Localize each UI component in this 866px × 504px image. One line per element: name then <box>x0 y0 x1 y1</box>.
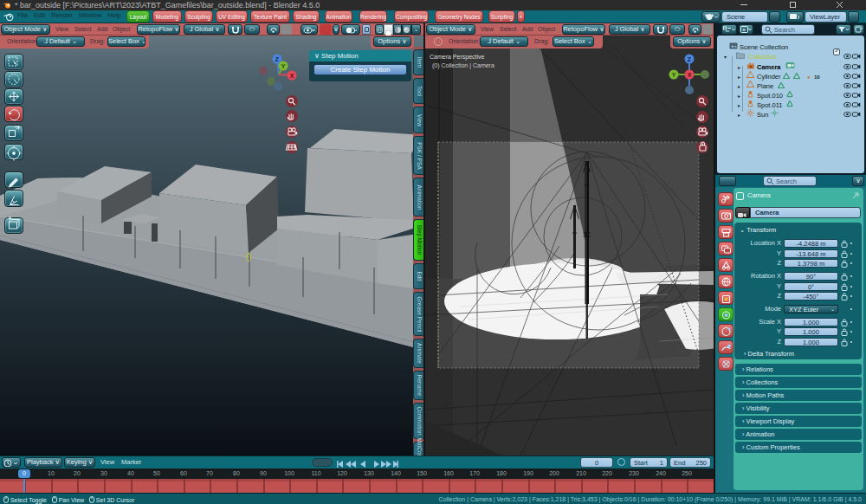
svg-text:X: X <box>290 73 294 79</box>
svg-text:Y: Y <box>672 72 676 78</box>
svg-text:X: X <box>688 72 692 78</box>
svg-text:Y: Y <box>281 63 286 69</box>
svg-text:Z: Z <box>275 56 280 62</box>
svg-text:Z: Z <box>688 56 692 62</box>
